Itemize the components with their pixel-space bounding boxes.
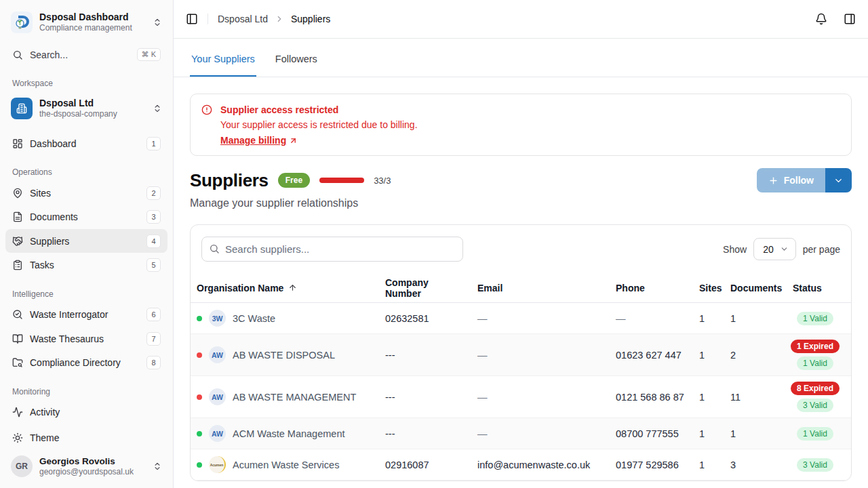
table-row[interactable]: AW AB WASTE DISPOSAL --- — 01623 627 447… bbox=[191, 334, 851, 376]
follow-label: Follow bbox=[784, 175, 814, 186]
alert-message: Your supplier access is restricted due t… bbox=[220, 118, 418, 132]
phone-cell: 01977 529586 bbox=[610, 460, 693, 470]
sidebar-item-compliance-directory[interactable]: Compliance Directory 8 bbox=[5, 350, 167, 374]
dashboard-grid-icon bbox=[12, 138, 23, 149]
file-text-icon bbox=[12, 211, 23, 222]
sidebar-item-badge: 8 bbox=[146, 356, 161, 369]
sidebar-toggle-button[interactable] bbox=[186, 13, 198, 25]
phone-cell: 01623 627 447 bbox=[610, 350, 693, 361]
status-cell: 3 Valid bbox=[787, 453, 844, 477]
sites-cell: 1 bbox=[693, 428, 724, 439]
section-label-monitoring: Monitoring bbox=[5, 387, 167, 396]
sidebar-item-label: Dashboard bbox=[30, 138, 140, 149]
sidebar-item-label: Tasks bbox=[30, 260, 140, 270]
chevron-down-icon bbox=[833, 176, 844, 186]
follow-dropdown-button[interactable] bbox=[825, 168, 852, 192]
dsposal-logo-icon bbox=[11, 12, 33, 33]
suppliers-table: Organisation Name Company Number Email P… bbox=[191, 273, 851, 481]
breadcrumb-workspace[interactable]: Dsposal Ltd bbox=[218, 14, 268, 24]
valid-badge: 3 Valid bbox=[797, 458, 833, 472]
breadcrumb-current: Suppliers bbox=[291, 14, 330, 24]
column-header-documents[interactable]: Documents bbox=[724, 283, 787, 293]
sidebar-item-waste-thesaurus[interactable]: Waste Thesaurus 7 bbox=[5, 327, 167, 350]
plan-badge: Free bbox=[278, 173, 310, 188]
supplier-logo: Acumen bbox=[209, 456, 226, 473]
tab-your-suppliers[interactable]: Your Suppliers bbox=[190, 42, 256, 77]
main-area: Dsposal Ltd Suppliers Your Suppliers Fol… bbox=[174, 0, 868, 488]
workspace-switcher[interactable]: Dsposal Ltd the-dsposal-company bbox=[5, 92, 167, 125]
app-switcher[interactable]: Dsposal Dashboard Compliance management bbox=[5, 8, 167, 33]
notifications-bell-button[interactable] bbox=[815, 13, 827, 25]
column-header-company-number[interactable]: Company Number bbox=[379, 277, 471, 299]
sidebar-item-suppliers[interactable]: Suppliers 4 bbox=[5, 229, 167, 253]
status-dot-green bbox=[197, 316, 202, 321]
sidebar-item-label: Documents bbox=[30, 211, 140, 222]
column-header-organisation[interactable]: Organisation Name bbox=[191, 283, 379, 293]
sidebar-item-tasks[interactable]: Tasks 5 bbox=[5, 253, 167, 277]
table-row[interactable]: AW AB WASTE MANAGEMENT --- — 0121 568 86… bbox=[191, 376, 851, 418]
supplier-name: Acumen Waste Services bbox=[233, 460, 339, 470]
status-cell: 1 Valid bbox=[787, 306, 844, 331]
supplier-search-input[interactable] bbox=[201, 237, 463, 262]
company-number-cell: 02632581 bbox=[379, 313, 471, 324]
column-header-email[interactable]: Email bbox=[471, 283, 610, 293]
chevron-down-icon bbox=[780, 245, 789, 253]
status-dot-red bbox=[197, 352, 202, 358]
status-dot-red bbox=[197, 394, 202, 400]
clipboard-list-icon bbox=[12, 260, 23, 270]
supplier-name: AB WASTE DISPOSAL bbox=[233, 350, 335, 361]
column-header-status[interactable]: Status bbox=[787, 283, 851, 293]
handshake-icon bbox=[12, 236, 23, 247]
chevrons-up-down-icon bbox=[153, 104, 162, 113]
search-icon bbox=[209, 243, 220, 254]
company-number-cell: 02916087 bbox=[379, 460, 471, 470]
status-dot-green bbox=[197, 431, 202, 436]
expired-badge: 8 Expired bbox=[791, 382, 840, 395]
billing-alert: Supplier access restricted Your supplier… bbox=[190, 94, 852, 156]
phone-cell: 0121 568 86 87 bbox=[610, 392, 693, 403]
sidebar-item-dashboard[interactable]: Dashboard 1 bbox=[5, 131, 167, 155]
topbar: Dsposal Ltd Suppliers bbox=[174, 0, 868, 39]
valid-badge: 1 Valid bbox=[797, 427, 833, 441]
table-row[interactable]: Acumen Acumen Waste Services 02916087 in… bbox=[191, 449, 851, 481]
circle-alert-icon bbox=[201, 103, 212, 146]
activity-icon bbox=[12, 407, 23, 418]
sites-cell: 1 bbox=[693, 460, 724, 470]
avatar: GR bbox=[11, 455, 33, 477]
sun-icon bbox=[12, 432, 23, 443]
manage-billing-link[interactable]: Manage billing bbox=[220, 135, 298, 146]
theme-toggle[interactable]: Theme bbox=[5, 426, 167, 450]
search-check-icon bbox=[12, 309, 23, 320]
sidebar-search[interactable]: Search... ⌘ K bbox=[5, 44, 167, 65]
sidebar-item-badge: 2 bbox=[146, 186, 161, 200]
documents-cell: 3 bbox=[724, 460, 787, 470]
column-header-sites[interactable]: Sites bbox=[693, 283, 724, 293]
search-icon bbox=[12, 49, 23, 60]
table-row[interactable]: 3W 3C Waste 02632581 — — 1 1 1 Valid bbox=[191, 303, 851, 334]
sidebar-item-label: Waste Interrogator bbox=[30, 309, 140, 320]
sites-cell: 1 bbox=[693, 392, 724, 403]
sites-cell: 1 bbox=[693, 350, 724, 361]
table-row[interactable]: AW ACM Waste Management --- — 08700 7775… bbox=[191, 418, 851, 449]
company-number-cell: --- bbox=[379, 350, 471, 361]
sidebar-item-activity[interactable]: Activity bbox=[5, 401, 167, 424]
page-size-select[interactable]: 20 bbox=[753, 238, 796, 260]
supplier-avatar: AW bbox=[209, 388, 226, 405]
user-menu[interactable]: GR Georgios Rovolis georgios@yourdsposal… bbox=[5, 450, 167, 483]
documents-cell: 1 bbox=[724, 313, 787, 324]
sidebar-item-waste-interrogator[interactable]: Waste Interrogator 6 bbox=[5, 303, 167, 327]
supplier-name: ACM Waste Management bbox=[233, 428, 344, 439]
supplier-name: AB WASTE MANAGEMENT bbox=[233, 392, 356, 403]
sidebar-item-badge: 3 bbox=[146, 210, 161, 224]
right-panel-toggle-button[interactable] bbox=[844, 13, 856, 25]
sidebar-item-badge: 5 bbox=[146, 258, 161, 272]
sidebar-item-documents[interactable]: Documents 3 bbox=[5, 205, 167, 229]
sidebar-item-sites[interactable]: Sites 2 bbox=[5, 181, 167, 205]
status-cell: 1 Expired 1 Valid bbox=[787, 334, 844, 375]
section-label-intelligence: Intelligence bbox=[5, 289, 167, 299]
user-name: Georgios Rovolis bbox=[39, 455, 146, 467]
tab-followers[interactable]: Followers bbox=[274, 42, 319, 77]
follow-button[interactable]: Follow bbox=[757, 168, 825, 192]
column-header-phone[interactable]: Phone bbox=[610, 283, 693, 293]
supplier-name: 3C Waste bbox=[233, 313, 275, 324]
